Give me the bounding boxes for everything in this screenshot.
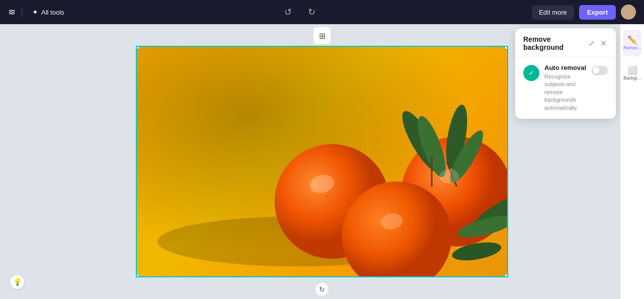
handle-bottom-right[interactable] [505, 274, 508, 277]
navbar-left: ≋ ✦ All tools [8, 6, 68, 18]
popup-header-actions: ⤢ ✕ [588, 38, 608, 48]
all-tools-label: All tools [41, 9, 64, 16]
svg-point-20 [336, 205, 338, 208]
edit-more-button[interactable]: Edit more [532, 5, 574, 20]
svg-point-21 [315, 210, 318, 213]
redo-button[interactable]: ↻ [304, 5, 319, 20]
layout-icon: ⊞ [319, 31, 326, 41]
background-tool-button[interactable]: ⬜ Backgr... [623, 60, 641, 87]
remove-bg-tool-icon: ✏️ [627, 36, 637, 45]
popup-title: Remove background [523, 35, 588, 51]
checkmark-icon: ✓ [528, 69, 534, 77]
auto-removal-toggle[interactable] [592, 66, 608, 75]
right-panel: ✏️ Remov... ⬜ Backgr... [620, 24, 644, 299]
svg-point-23 [305, 200, 308, 203]
svg-point-19 [326, 195, 329, 198]
rotate-button[interactable]: ↻ [315, 282, 329, 296]
canvas-container: ⊞ [136, 46, 508, 277]
handle-bottom-left[interactable] [136, 274, 139, 277]
navbar: ≋ ✦ All tools ↺ ↻ Edit more Export [0, 0, 644, 24]
hint-button[interactable]: 💡 [10, 275, 24, 289]
magic-wand-icon: ✦ [32, 8, 38, 16]
avatar[interactable] [621, 5, 636, 20]
navbar-right: Edit more Export [532, 5, 636, 20]
nav-divider [22, 7, 22, 17]
bottom-hint: 💡 [10, 275, 24, 289]
all-tools-button[interactable]: ✦ All tools [28, 6, 68, 18]
fruit-image [137, 47, 507, 276]
svg-point-18 [439, 170, 459, 184]
svg-point-24 [341, 215, 343, 217]
canvas-background [137, 47, 507, 276]
main-area: ⊞ [0, 24, 644, 299]
handle-top-right[interactable] [505, 46, 508, 49]
image-canvas[interactable] [136, 46, 508, 277]
remove-bg-tool-button[interactable]: ✏️ Remov... [623, 30, 641, 56]
auto-removal-desc: Recognize subjects and remove background… [544, 73, 587, 112]
auto-removal-title: Auto removal [544, 64, 587, 71]
canvas-bottom-toolbar: ↻ [315, 282, 329, 296]
popup-content: ✓ Auto removal Recognize subjects and re… [515, 57, 616, 119]
canvas-toolbar: ⊞ [313, 27, 331, 45]
remove-bg-tool-label: Remov... [623, 46, 641, 51]
layout-icon-button[interactable]: ⊞ [313, 27, 331, 45]
background-tool-label: Backgr... [623, 76, 641, 81]
toggle-knob [593, 67, 600, 74]
export-button[interactable]: Export [579, 5, 616, 20]
auto-removal-text: Auto removal Recognize subjects and remo… [544, 64, 587, 112]
undo-button[interactable]: ↺ [280, 5, 296, 20]
navbar-center: ↺ ↻ [280, 5, 319, 20]
remove-background-popup: Remove background ⤢ ✕ ✓ Auto removal Rec… [515, 28, 616, 119]
handle-top-left[interactable] [136, 46, 139, 49]
rotate-icon: ↻ [319, 285, 325, 293]
popup-header: Remove background ⤢ ✕ [515, 28, 616, 57]
auto-removal-section: ✓ Auto removal Recognize subjects and re… [523, 64, 608, 112]
auto-removal-icon: ✓ [523, 65, 539, 81]
logo-icon[interactable]: ≋ [8, 7, 16, 18]
background-tool-icon: ⬜ [627, 66, 637, 75]
popup-close-button[interactable]: ✕ [600, 38, 608, 48]
lightbulb-icon: 💡 [13, 278, 22, 286]
popup-expand-button[interactable]: ⤢ [588, 38, 596, 48]
svg-point-22 [346, 190, 348, 192]
